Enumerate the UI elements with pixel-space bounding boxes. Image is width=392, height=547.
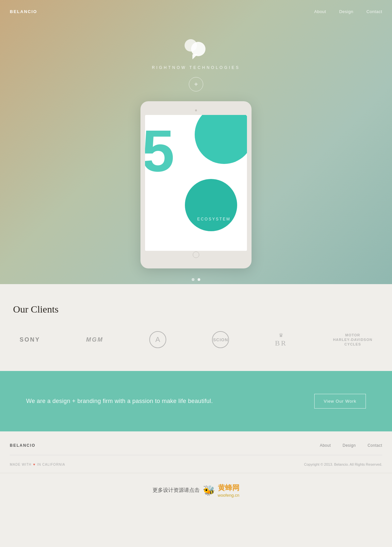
footer-nav-about[interactable]: About <box>320 443 331 448</box>
footer-bottom: MADE WITH ♥ IN CALIFORNIA Copyright © 20… <box>10 461 382 466</box>
scion-text: SCION <box>213 337 228 342</box>
a-circle-logo: A <box>149 331 166 348</box>
header-logo: BELANCIO <box>10 9 37 14</box>
br-text: BR <box>275 339 287 347</box>
clients-section: Our Clients SONY MGM A SCION ♛ BR MOTORH… <box>0 284 392 371</box>
watermark-site: 黄蜂网 woofeng.cn <box>218 483 239 498</box>
header: BELANCIO About Design Contact <box>0 0 392 23</box>
client-logo-scion: SCION <box>212 331 229 348</box>
cta-section: We are a design + branding firm with a p… <box>0 371 392 431</box>
hero-dot-2[interactable] <box>198 278 200 281</box>
nav-about[interactable]: About <box>314 9 326 14</box>
clients-title: Our Clients <box>13 304 379 315</box>
ipad-camera <box>195 109 197 111</box>
hero-pagination <box>192 278 200 281</box>
client-logo-a-circle: A <box>149 331 166 348</box>
ipad-mockup: 5 ECOSYSTEM <box>140 101 252 268</box>
ipad-home-button <box>193 251 199 258</box>
watermark-logo: 🐝 黄蜂网 woofeng.cn <box>203 483 239 498</box>
ecosystem-number: 5 <box>145 121 174 180</box>
client-logo-br: ♛ BR <box>275 332 287 347</box>
ipad-screen: 5 ECOSYSTEM <box>145 115 247 251</box>
br-logo: ♛ BR <box>275 332 287 347</box>
footer-logo: BELANCIO <box>10 443 36 448</box>
watermark-section: 更多设计资源请点击 🐝 黄蜂网 woofeng.cn <box>0 473 392 507</box>
cta-text: We are a design + branding firm with a p… <box>26 398 213 405</box>
bee-icon: 🐝 <box>203 485 215 496</box>
heart-icon: ♥ <box>33 462 36 466</box>
nav-design[interactable]: Design <box>339 9 353 14</box>
footer-nav-contact[interactable]: Contact <box>368 443 382 448</box>
harley-logo: MOTORHARLEY-DAVIDSONCYCLES <box>333 333 372 347</box>
ipad-top-bar <box>145 108 247 113</box>
footer: BELANCIO About Design Contact MADE WITH … <box>0 431 392 473</box>
nav-contact[interactable]: Contact <box>367 9 382 14</box>
footer-made-with: MADE WITH ♥ IN CALIFORNIA <box>10 462 65 466</box>
crown-icon: ♛ <box>279 332 283 338</box>
ecosystem-label: ECOSYSTEM <box>197 217 231 221</box>
client-logo-sony: SONY <box>20 336 40 343</box>
footer-copyright: Copyright © 2013. Belancio. All Rights R… <box>304 462 382 466</box>
watermark-site-cn: 黄蜂网 <box>218 483 239 493</box>
footer-top: BELANCIO About Design Contact <box>10 443 382 455</box>
ecosystem-circle-bottom <box>185 179 237 231</box>
footer-nav: About Design Contact <box>320 443 382 448</box>
sony-logo: SONY <box>20 336 40 343</box>
watermark-text: 更多设计资源请点击 <box>153 487 200 494</box>
client-logo-mgm: MGM <box>86 336 103 343</box>
plus-icon: + <box>194 81 198 88</box>
mgm-logo: MGM <box>86 336 103 343</box>
hero-section: BELANCIO About Design Contact RIGHTNOW T… <box>0 0 392 284</box>
clients-logos: SONY MGM A SCION ♛ BR MOTORHARLEY-DAVIDS… <box>13 331 379 348</box>
harley-text: MOTORHARLEY-DAVIDSONCYCLES <box>333 333 372 347</box>
ipad-bottom-bar <box>145 251 247 259</box>
header-nav: About Design Contact <box>314 9 382 14</box>
watermark-site-en: woofeng.cn <box>218 493 239 498</box>
scion-logo: SCION <box>212 331 229 348</box>
hero-plus-button[interactable]: + <box>189 77 203 91</box>
hero-content: RIGHTNOW TECHNOLOGIES + 5 ECOSYSTEM <box>140 39 252 268</box>
footer-nav-design[interactable]: Design <box>343 443 356 448</box>
hero-project-title: RIGHTNOW TECHNOLOGIES <box>152 65 240 70</box>
quote-bubble-icon <box>185 39 207 59</box>
client-logo-harley: MOTORHARLEY-DAVIDSONCYCLES <box>333 333 372 347</box>
cta-button[interactable]: View Our Work <box>314 394 366 409</box>
hero-dot-1[interactable] <box>192 278 194 281</box>
